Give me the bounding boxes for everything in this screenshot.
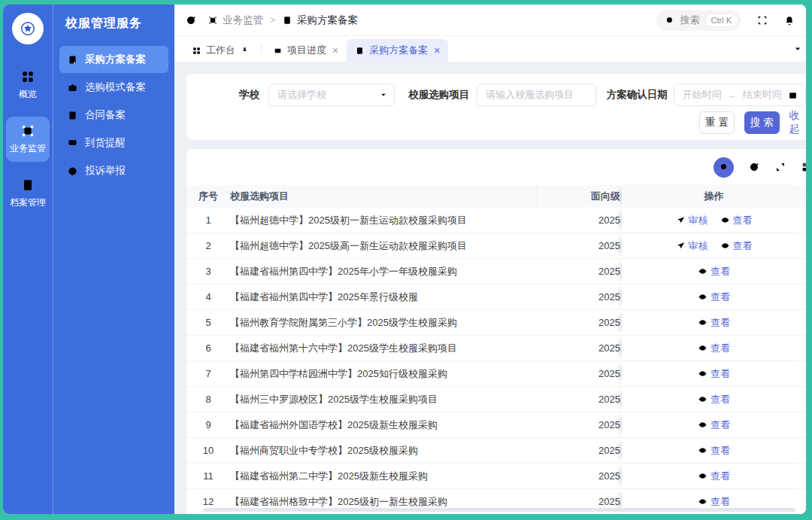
rail-item-archive-management[interactable]: 档案管理 — [6, 171, 50, 216]
header-grade: 面向级 — [536, 185, 622, 208]
eye-icon — [698, 445, 707, 455]
row-index: 6 — [186, 342, 230, 354]
table-refresh-icon[interactable] — [748, 161, 760, 173]
breadcrumb-purchase-plan-filing[interactable]: 采购方案备案 — [282, 14, 358, 27]
search-shortcut: Ctrl K — [705, 14, 738, 26]
view-link[interactable]: 查看 — [698, 495, 730, 509]
menu-item-complaint-report[interactable]: 投诉举报 — [59, 157, 168, 184]
menu-item-contract-filing[interactable]: 合同备案 — [59, 102, 168, 129]
horizontal-scrollbar[interactable] — [203, 508, 795, 512]
app-logo[interactable] — [12, 13, 44, 44]
pin-icon[interactable] — [240, 46, 250, 56]
tab-purchase-plan-filing[interactable]: 采购方案备案 × — [347, 39, 448, 62]
send-icon — [676, 215, 686, 225]
send-icon — [676, 241, 686, 251]
school-select[interactable]: 请选择学校 — [268, 84, 395, 106]
menu-item-label: 合同备案 — [85, 108, 126, 122]
school-select-placeholder: 请选择学校 — [277, 88, 326, 102]
grade-value: 2025 — [536, 214, 622, 226]
action-label: 查看 — [710, 470, 730, 483]
tab-project-progress[interactable]: 项目进度 × — [265, 39, 347, 62]
rail-item-business-supervision[interactable]: 业务监管 — [6, 117, 50, 162]
eye-icon — [698, 394, 707, 404]
table-search-toggle-icon[interactable] — [714, 157, 734, 178]
breadcrumb-separator: > — [270, 15, 275, 26]
collapse-link[interactable]: 收起 — [789, 109, 806, 136]
view-link[interactable]: 查看 — [698, 418, 730, 432]
view-link[interactable]: 查看 — [698, 444, 730, 458]
top-navbar: 业务监管 > 采购方案备案 搜索 Ctrl K — [174, 5, 806, 36]
school-emblem-icon — [20, 20, 36, 37]
table-row: 4【福建省福州第四中学】2025年景行级校服2025查看 — [186, 284, 806, 310]
table-row: 7【福州第四中学桔园洲中学】2025知行级校服采购2025查看 — [186, 361, 806, 387]
breadcrumb-label: 业务监管 — [223, 14, 263, 27]
grade-value: 2025 — [536, 419, 622, 430]
project-name: 【福州超德中学】2025级高一新生运动款校服采购项目 — [230, 239, 536, 253]
audit-link[interactable]: 审核 — [676, 239, 708, 253]
rail-item-label: 概览 — [19, 88, 37, 101]
notification-bell-icon[interactable] — [783, 14, 795, 26]
action-label: 查看 — [710, 393, 730, 406]
calendar-icon — [788, 90, 798, 100]
confirm-date-label: 方案确认日期 — [607, 88, 668, 102]
menu-item-delivery-reminder[interactable]: 到货提醒 — [59, 129, 168, 157]
eye-icon — [698, 292, 707, 302]
table-card: 序号 校服选购项目 面向级 操作 1【福州超德中学】2025级初一新生运动款校服… — [186, 149, 806, 514]
arrow-right-icon: → — [728, 90, 737, 100]
project-name: 【福州三中罗源校区】2025级学生校服采购项目 — [230, 393, 536, 406]
menu-item-selection-mode-filing[interactable]: 选购模式备案 — [59, 74, 168, 101]
view-link[interactable]: 查看 — [698, 342, 730, 355]
chevron-down-icon[interactable] — [792, 44, 803, 54]
menu-item-label: 到货提醒 — [85, 136, 126, 150]
tab-label: 项目进度 — [287, 44, 326, 57]
table-expand-icon[interactable] — [774, 161, 786, 173]
eye-icon — [720, 215, 730, 225]
row-actions: 查看 — [622, 412, 806, 437]
row-index: 12 — [186, 496, 230, 507]
tab-workbench[interactable]: 工作台 — [183, 39, 258, 62]
delivery-icon — [67, 138, 78, 149]
action-label: 查看 — [710, 265, 730, 278]
close-icon[interactable]: × — [434, 45, 440, 56]
view-link[interactable]: 查看 — [698, 470, 730, 483]
row-actions: 查看 — [622, 464, 806, 488]
view-link[interactable]: 查看 — [720, 239, 753, 253]
menu-item-purchase-plan-filing[interactable]: 采购方案备案 — [59, 46, 168, 73]
view-link[interactable]: 查看 — [698, 393, 730, 406]
view-link[interactable]: 查看 — [698, 367, 730, 381]
project-name: 【福州商贸职业中专学校】2025级校服采购 — [230, 444, 536, 458]
view-link[interactable]: 查看 — [698, 265, 730, 278]
column-settings-icon[interactable] — [801, 161, 806, 173]
refresh-icon[interactable] — [185, 14, 197, 26]
content-area: 学校 请选择学校 校服选购项目 请输入校服选购项目 方案确认日期 开始时间 → … — [174, 62, 806, 514]
row-index: 10 — [186, 445, 230, 456]
rail-item-overview[interactable]: 概览 — [6, 62, 50, 108]
grade-value: 2025 — [536, 266, 622, 277]
row-index: 5 — [186, 317, 230, 328]
row-actions: 查看 — [622, 387, 806, 412]
row-actions: 查看 — [622, 310, 806, 335]
project-filter-input[interactable]: 请输入校服选购项目 — [477, 84, 595, 106]
grade-value: 2025 — [536, 470, 622, 482]
overview-grid-icon — [20, 69, 35, 84]
grade-value: 2025 — [536, 342, 622, 354]
table-header: 序号 校服选购项目 面向级 操作 — [186, 185, 806, 208]
view-link[interactable]: 查看 — [720, 214, 753, 227]
audit-link[interactable]: 审核 — [676, 214, 708, 227]
table-row: 1【福州超德中学】2025级初一新生运动款校服采购项目2025审核查看 — [186, 208, 806, 233]
search-button[interactable]: 搜索 — [744, 111, 780, 134]
briefcase-icon — [67, 82, 78, 93]
eye-icon — [698, 471, 707, 481]
icon-rail: 概览 业务监管 档案管理 — [3, 5, 53, 514]
fullscreen-icon[interactable] — [756, 14, 768, 26]
table-row: 8【福州三中罗源校区】2025级学生校服采购项目2025查看 — [186, 387, 806, 412]
view-link[interactable]: 查看 — [698, 316, 730, 330]
view-link[interactable]: 查看 — [698, 290, 730, 304]
eye-icon — [698, 318, 707, 327]
close-icon[interactable]: × — [332, 45, 338, 56]
global-search[interactable]: 搜索 Ctrl K — [656, 10, 742, 31]
reset-button[interactable]: 重置 — [699, 111, 735, 134]
row-actions: 查看 — [622, 284, 806, 309]
breadcrumb-business-supervision[interactable]: 业务监管 — [208, 14, 263, 27]
confirm-date-range-picker[interactable]: 开始时间 → 结束时间 — [674, 84, 806, 106]
